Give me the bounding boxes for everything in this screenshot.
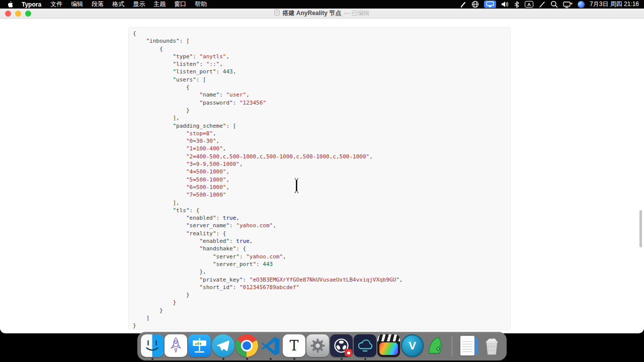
code-line[interactable]: "padding_scheme": [	[133, 122, 506, 130]
code-line[interactable]: "users": [	[133, 76, 506, 83]
dock-telegram[interactable]	[212, 334, 234, 358]
volume-icon[interactable]	[501, 1, 509, 8]
dock-obs[interactable]	[330, 334, 353, 358]
menu-item[interactable]: 帮助	[195, 0, 207, 9]
code-line[interactable]: }	[133, 307, 506, 314]
code-line[interactable]: ]	[133, 314, 506, 322]
dock-keynote[interactable]	[188, 334, 211, 358]
dock-v2rayu[interactable]: V	[401, 334, 424, 358]
code-line[interactable]: {	[133, 45, 506, 53]
dock-final-cut-pro[interactable]	[377, 334, 400, 358]
dock-separator	[452, 336, 452, 356]
code-line[interactable]: "short_id": "0123456789abcdef"	[133, 284, 506, 291]
code-line[interactable]: "name": "user",	[133, 91, 506, 99]
running-indicator-dot	[246, 358, 248, 360]
bluetooth-icon[interactable]	[514, 1, 520, 8]
zoom-button[interactable]	[25, 11, 31, 17]
documents-stack-icon	[457, 334, 479, 357]
code-line[interactable]: {	[133, 30, 506, 37]
code-line[interactable]: "3=9-9,500-1000",	[133, 160, 506, 168]
dock-rocket-app[interactable]	[165, 334, 187, 358]
menu-item[interactable]: 文件	[50, 0, 62, 9]
search-icon[interactable]	[550, 1, 558, 8]
code-line[interactable]: "1=100-400",	[133, 145, 506, 152]
dock-wireshark[interactable]	[425, 334, 447, 358]
menu-item[interactable]: 显示	[133, 0, 145, 9]
trash-basket-icon	[480, 334, 503, 357]
dock-vscode[interactable]	[259, 334, 282, 358]
code-line[interactable]: "4=500-1000",	[133, 168, 506, 175]
code-line[interactable]: "listen_port": 443,	[133, 68, 506, 75]
code-line[interactable]: "6=500-1000",	[133, 184, 506, 191]
code-line[interactable]: "inbounds": [	[133, 37, 506, 45]
pen-icon[interactable]	[459, 1, 466, 8]
menu-list: 文件编辑段落格式显示主题窗口帮助	[50, 0, 207, 9]
code-line[interactable]: "server_port": 443	[133, 260, 506, 268]
code-line[interactable]: }	[133, 299, 506, 306]
dock-finder[interactable]	[141, 334, 164, 358]
minimize-button[interactable]	[15, 11, 21, 17]
code-line[interactable]: }	[133, 291, 506, 299]
code-line[interactable]: "stop=8",	[133, 130, 506, 137]
running-indicator-dot	[151, 358, 153, 360]
input-source-glyph: A	[527, 2, 531, 7]
window-title: 搭建 AnyReality 节点	[282, 9, 341, 18]
close-button[interactable]	[5, 11, 11, 17]
code-line[interactable]: "7=500-1000"	[133, 191, 506, 199]
code-block[interactable]: { "inbounds": [ { "type": "anytls", "lis…	[128, 27, 511, 330]
code-line[interactable]: "handshake": {	[133, 245, 506, 252]
code-line[interactable]: "type": "anytls",	[133, 53, 506, 60]
code-line[interactable]: ],	[133, 114, 506, 122]
code-line[interactable]: "private_key": "eO3B3EMGXrYfGOe87NkUVusa…	[133, 276, 506, 284]
menu-item[interactable]: 编辑	[71, 0, 83, 9]
code-line[interactable]: ],	[133, 199, 506, 207]
menu-item[interactable]: 段落	[92, 0, 104, 9]
code-line[interactable]: "enabled": true,	[133, 214, 506, 222]
apple-menu-icon[interactable]	[7, 1, 14, 8]
menu-item[interactable]: 主题	[153, 0, 166, 9]
code-line[interactable]: "listen": "::",	[133, 60, 506, 68]
code-line[interactable]: "tls": {	[133, 207, 506, 214]
running-indicator-dot	[341, 358, 343, 360]
app-menu-title[interactable]: Typora	[22, 1, 41, 8]
chrome-icon	[235, 334, 258, 357]
menu-item[interactable]: 格式	[112, 0, 124, 9]
menu-item[interactable]: 窗口	[174, 0, 186, 9]
traffic-lights	[5, 11, 31, 17]
code-line[interactable]: "2=400-500,c,500-1000,c,500-1000,c,500-1…	[133, 153, 506, 160]
rainbow-panel	[379, 342, 398, 355]
siri-icon[interactable]	[578, 1, 585, 8]
code-line[interactable]: {	[133, 83, 506, 91]
code-line[interactable]: "password": "123456"	[133, 99, 506, 107]
dock-trash[interactable]	[480, 334, 503, 358]
input-source-icon[interactable]: A	[525, 1, 533, 8]
code-line[interactable]: },	[133, 268, 506, 276]
document-icon	[274, 10, 280, 17]
pencil-icon[interactable]	[538, 1, 545, 8]
dock-cloud-terminal[interactable]	[354, 334, 376, 358]
code-line[interactable]: "server": "yahoo.com",	[133, 253, 506, 260]
dock-documents[interactable]	[457, 334, 479, 358]
code-line[interactable]: }	[133, 107, 506, 114]
code-line[interactable]: "enabled": true,	[133, 237, 506, 245]
editor-area[interactable]: { "inbounds": [ { "type": "anytls", "lis…	[0, 19, 644, 333]
dock-chrome[interactable]	[235, 334, 258, 358]
title-bar[interactable]: 搭建 AnyReality 节点 — 已编辑	[0, 9, 644, 19]
clapperboard-stripes	[377, 334, 400, 341]
menubar-clock[interactable]: 7月3日 周四 21:16	[590, 0, 639, 9]
running-indicator-dot	[293, 358, 295, 360]
code-line[interactable]: "5=500-1000",	[133, 176, 506, 184]
typora-t-glyph: T	[283, 334, 305, 357]
typora-window: 搭建 AnyReality 节点 — 已编辑 { "inbounds": [ {…	[0, 9, 644, 333]
code-line[interactable]: "reality": {	[133, 230, 506, 237]
menubar-status-area: A 7月3日 周四 21:16	[459, 0, 639, 9]
globe-icon[interactable]	[471, 1, 479, 8]
code-line[interactable]: "server_name": "yahoo.com",	[133, 222, 506, 229]
code-line[interactable]: "0=30-30",	[133, 137, 506, 145]
dock-system-settings[interactable]	[306, 334, 329, 358]
scrollbar-thumb[interactable]	[639, 210, 642, 247]
display-status-icon[interactable]	[563, 1, 573, 8]
screen-mirroring-icon[interactable]	[484, 1, 496, 8]
code-line[interactable]: }	[133, 322, 506, 329]
dock-typora[interactable]: T	[283, 334, 305, 358]
